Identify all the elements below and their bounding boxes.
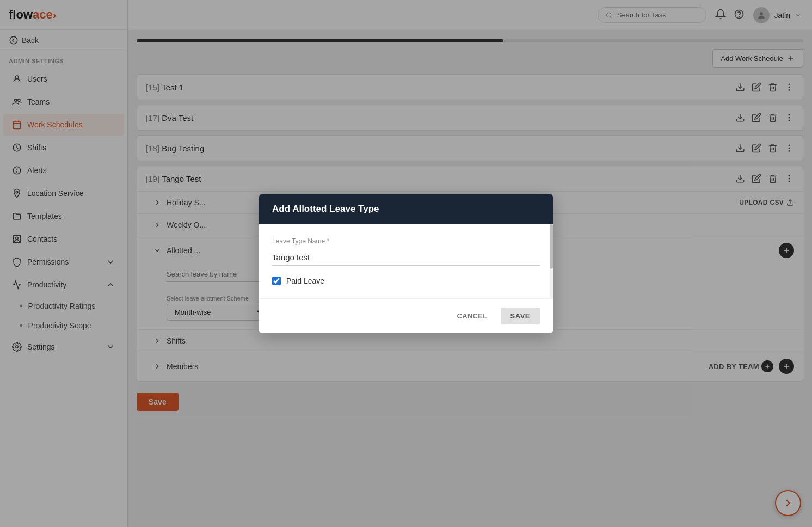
add-allotted-leave-modal: Add Allotted Leave Type Leave Type Name … [259, 194, 553, 333]
modal-footer: CANCEL SAVE [259, 298, 553, 333]
leave-type-name-input[interactable] [272, 249, 540, 266]
modal-save-button[interactable]: SAVE [501, 308, 540, 324]
paid-leave-checkbox-row: Paid Leave [272, 277, 540, 285]
paid-leave-checkbox[interactable] [272, 277, 281, 285]
modal-title: Add Allotted Leave Type [272, 204, 379, 214]
leave-type-name-label: Leave Type Name * [272, 237, 540, 245]
paid-leave-label: Paid Leave [286, 277, 324, 285]
modal-overlay: Add Allotted Leave Type Leave Type Name … [0, 0, 812, 527]
scrollbar-thumb[interactable] [550, 224, 553, 269]
scrollbar-track [550, 224, 553, 298]
modal-cancel-button[interactable]: CANCEL [451, 308, 494, 324]
modal-header: Add Allotted Leave Type [259, 194, 553, 224]
modal-body: Leave Type Name * Paid Leave [259, 224, 553, 298]
